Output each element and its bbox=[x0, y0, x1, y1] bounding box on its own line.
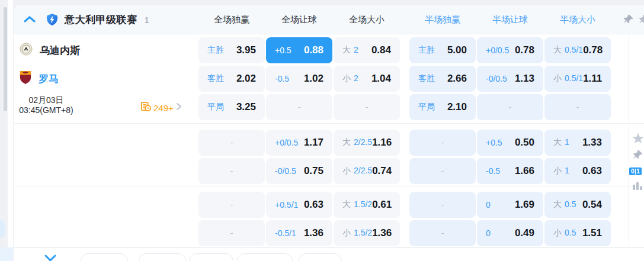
odds-cell[interactable]: 01.69 bbox=[477, 192, 543, 218]
odds-value: 0.49 bbox=[515, 227, 534, 239]
odds-cell[interactable]: 客胜2.66 bbox=[409, 66, 476, 92]
odds-cell[interactable]: +0.50.88 bbox=[266, 37, 332, 63]
match-kickoff: 03:45(GMT+8) bbox=[15, 105, 78, 115]
league-name[interactable]: 意大利甲级联赛 bbox=[65, 13, 137, 27]
odds-line: 客胜 bbox=[207, 73, 224, 84]
odds-line: 1 bbox=[565, 166, 569, 175]
away-team-row[interactable]: 罗马 bbox=[20, 72, 59, 86]
betting-odds-page: { "theme": { "accent_blue": "#2b9cf4", "… bbox=[0, 0, 644, 261]
odds-cell[interactable]: 小0.51.51 bbox=[544, 220, 611, 246]
line-prefix: 小 bbox=[553, 166, 562, 176]
odds-cell[interactable]: 小2/2.50.74 bbox=[334, 158, 400, 184]
filter-pill[interactable] bbox=[299, 253, 342, 261]
odds-value: 0.78 bbox=[583, 44, 603, 56]
markets-list-icon bbox=[140, 101, 151, 114]
odds-cell[interactable]: 客胜2.02 bbox=[198, 66, 265, 92]
chevron-right-icon bbox=[176, 102, 182, 113]
odds-line: -0.5 bbox=[486, 166, 500, 176]
odds-cell[interactable]: +0.50.50 bbox=[477, 130, 543, 156]
scrollbar-thumb[interactable] bbox=[4, 7, 7, 111]
odds-cell: - bbox=[409, 158, 476, 184]
odds-cell[interactable]: 平局3.25 bbox=[198, 94, 265, 120]
odds-value: 1.16 bbox=[372, 137, 392, 149]
odds-value: 0.78 bbox=[515, 44, 534, 56]
odds-cell[interactable]: 主胜5.00 bbox=[409, 37, 476, 63]
column-header: 全场独赢 bbox=[214, 5, 249, 34]
pushpin-icon[interactable] bbox=[623, 14, 634, 27]
odds-line: +0.5 bbox=[275, 46, 291, 55]
odds-value: 0.63 bbox=[582, 165, 602, 177]
chevron-down-icon[interactable] bbox=[44, 254, 56, 261]
odds-cell[interactable]: 小1.5/21.36 bbox=[334, 220, 400, 246]
odds-cell: - bbox=[409, 192, 476, 218]
odds-cell[interactable]: 平局2.10 bbox=[409, 94, 476, 120]
odds-cell[interactable]: 大1.5/20.61 bbox=[334, 192, 400, 218]
scrollbar-track bbox=[8, 0, 13, 261]
home-team-row[interactable]: 乌迪内斯 bbox=[20, 43, 80, 57]
odds-line: 主胜 bbox=[207, 45, 224, 56]
odds-line: 客胜 bbox=[418, 73, 435, 84]
star-icon[interactable] bbox=[632, 132, 644, 147]
odds-line: 平局 bbox=[207, 102, 224, 112]
line-prefix: 大 bbox=[342, 45, 351, 56]
odds-cell[interactable]: 主胜3.95 bbox=[198, 37, 265, 63]
column-header: 全场大小 bbox=[349, 5, 385, 34]
line-prefix: 小 bbox=[553, 228, 562, 239]
odds-value: 1.36 bbox=[372, 227, 392, 239]
odds-cell[interactable]: 00.49 bbox=[477, 220, 543, 246]
line-prefix: 大 bbox=[553, 45, 562, 56]
line-prefix: 大 bbox=[342, 199, 351, 210]
odds-cell: - bbox=[477, 94, 543, 120]
odds-value: 2.10 bbox=[447, 101, 467, 113]
odds-cell[interactable]: -0.51.02 bbox=[266, 66, 332, 92]
odds-cell[interactable]: +0/0.51.17 bbox=[266, 130, 332, 156]
line-prefix: 小 bbox=[342, 228, 351, 239]
match-time: 02月03日 03:45(GMT+8) bbox=[15, 95, 78, 115]
odds-cell[interactable]: 小10.63 bbox=[544, 158, 611, 184]
odds-value: 3.95 bbox=[236, 44, 256, 56]
filter-pill[interactable] bbox=[237, 253, 293, 261]
home-team-name[interactable]: 乌迪内斯 bbox=[40, 44, 80, 57]
odds-line: -0.5 bbox=[275, 74, 289, 83]
collapse-button[interactable] bbox=[21, 11, 39, 28]
odds-value: 0.63 bbox=[304, 199, 323, 211]
odds-cell[interactable]: 小21.04 bbox=[334, 66, 400, 92]
odds-value: 1.36 bbox=[304, 227, 323, 239]
odds-line: 2 bbox=[354, 45, 358, 54]
odds-value: 1.11 bbox=[583, 73, 602, 85]
pushpin-icon[interactable] bbox=[633, 150, 643, 163]
odds-line: 0.5 bbox=[565, 199, 576, 209]
odds-line: 1.5/2 bbox=[354, 199, 372, 209]
odds-cell[interactable]: +0.5/10.63 bbox=[266, 192, 332, 218]
filter-pill[interactable] bbox=[139, 253, 186, 261]
odds-cell[interactable]: -0.5/11.36 bbox=[266, 220, 332, 246]
line-prefix: 大 bbox=[553, 199, 562, 210]
odds-cell[interactable]: +0/0.50.78 bbox=[477, 37, 543, 63]
odds-cell[interactable]: 大0.50.54 bbox=[544, 192, 611, 218]
match-date: 02月03日 bbox=[15, 95, 78, 105]
bar-chart-icon[interactable] bbox=[632, 180, 643, 194]
odds-value: 0.88 bbox=[304, 44, 323, 56]
odds-value: 1.04 bbox=[371, 73, 391, 85]
odds-cell[interactable]: 大0.5/10.78 bbox=[544, 37, 611, 63]
odds-cell[interactable]: 大2/2.51.16 bbox=[334, 130, 400, 156]
away-team-name[interactable]: 罗马 bbox=[39, 72, 59, 86]
line-prefix: 大 bbox=[342, 137, 351, 148]
odds-cell[interactable]: 小0.5/11.11 bbox=[544, 66, 611, 92]
filter-pill[interactable] bbox=[189, 253, 233, 261]
column-header: 半场独赢 bbox=[425, 5, 460, 34]
odds-cell[interactable]: -0.51.66 bbox=[477, 158, 543, 184]
odds-cell: - bbox=[409, 220, 476, 246]
odds-cell[interactable]: -0/0.51.13 bbox=[477, 66, 543, 92]
odds-value: 1.17 bbox=[304, 137, 323, 149]
odds-cell[interactable]: 大20.84 bbox=[334, 37, 400, 63]
odds-cell[interactable]: 大11.33 bbox=[544, 130, 611, 156]
pushpin-icon[interactable] bbox=[639, 14, 644, 27]
more-markets-link[interactable]: 249+ bbox=[140, 101, 182, 114]
score-badge[interactable]: 0|1 bbox=[629, 167, 642, 175]
filter-pill[interactable] bbox=[81, 253, 128, 261]
more-markets-count: 249+ bbox=[153, 103, 174, 113]
odds-cell[interactable]: -0/0.50.75 bbox=[266, 158, 332, 184]
odds-line: 2 bbox=[354, 73, 358, 83]
odds-line: 2/2.5 bbox=[354, 166, 372, 175]
